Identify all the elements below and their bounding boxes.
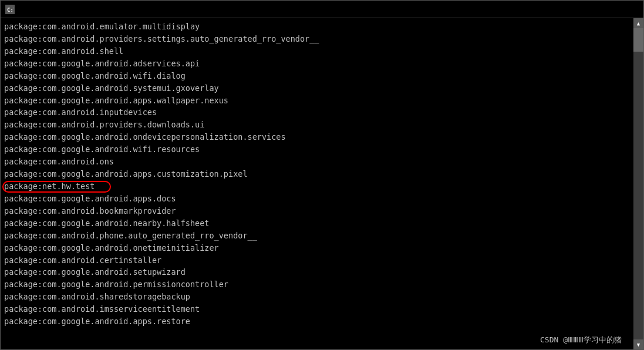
scrollbar-track[interactable] — [633, 28, 643, 339]
terminal-line: package:com.google.android.setupwizard — [4, 266, 630, 278]
terminal-line: package:com.android.ons — [4, 156, 630, 168]
terminal-line: package:com.google.android.wifi.resource… — [4, 143, 630, 156]
terminal-line: package:com.google.android.apps.docs — [4, 193, 630, 205]
scrollbar[interactable]: ▲ ▼ — [633, 18, 643, 349]
terminal-output: package:com.android.emulator.multidispla… — [1, 18, 633, 349]
terminal-line: package:com.google.android.permissioncon… — [4, 278, 630, 291]
terminal-line: package:com.google.android.onetimeinitia… — [4, 242, 630, 254]
terminal-line: package:com.android.imsserviceentitlemen… — [4, 303, 630, 315]
terminal-line: package:com.google.android.ondeviceperso… — [4, 131, 630, 143]
terminal-line: package:com.android.emulator.multidispla… — [4, 21, 630, 33]
terminal-line: package:com.google.android.apps.restore — [4, 315, 630, 328]
terminal-line: package:com.android.phone.auto_generated… — [4, 230, 630, 242]
terminal-line: package:com.android.providers.settings.a… — [4, 33, 630, 45]
cmd-window: C:\ package:com.android.emulator.multidi… — [0, 0, 644, 350]
scroll-down-button[interactable]: ▼ — [633, 339, 643, 349]
scrollbar-thumb[interactable] — [633, 28, 643, 52]
cmd-icon: C:\ — [5, 5, 15, 14]
window-controls — [558, 1, 639, 18]
svg-text:C:\: C:\ — [7, 7, 14, 13]
watermark: CSDN @ⅢⅢⅢ学习中的猪 — [540, 334, 622, 346]
close-button[interactable] — [612, 1, 639, 18]
terminal-line: package:com.google.android.apps.customiz… — [4, 168, 630, 180]
title-bar: C:\ — [1, 1, 643, 18]
terminal-line: package:com.android.certinstaller — [4, 254, 630, 267]
maximize-button[interactable] — [585, 1, 612, 18]
minimize-button[interactable] — [558, 1, 585, 18]
terminal-line: package:com.google.android.apps.wallpape… — [4, 95, 630, 107]
terminal-line: package:com.android.sharedstoragebackup — [4, 291, 630, 303]
terminal-line: package:com.android.inputdevices — [4, 106, 630, 119]
terminal-line: package:com.android.bookmarkprovider — [4, 205, 630, 217]
scroll-up-button[interactable]: ▲ — [633, 18, 643, 28]
terminal-line: package:com.android.providers.downloads.… — [4, 119, 630, 131]
title-bar-left: C:\ — [5, 5, 19, 14]
content-area: package:com.android.emulator.multidispla… — [1, 18, 643, 349]
terminal-line: package:com.google.android.wifi.dialog — [4, 70, 630, 82]
terminal-line: package:com.android.shell — [4, 45, 630, 58]
terminal-line: package:net.hw.test — [4, 180, 630, 193]
highlight-oval — [2, 181, 111, 193]
terminal-line: package:com.google.android.nearby.halfsh… — [4, 217, 630, 230]
terminal-line: package:com.google.android.adservices.ap… — [4, 58, 630, 70]
terminal-line: package:com.google.android.systemui.gxov… — [4, 82, 630, 95]
